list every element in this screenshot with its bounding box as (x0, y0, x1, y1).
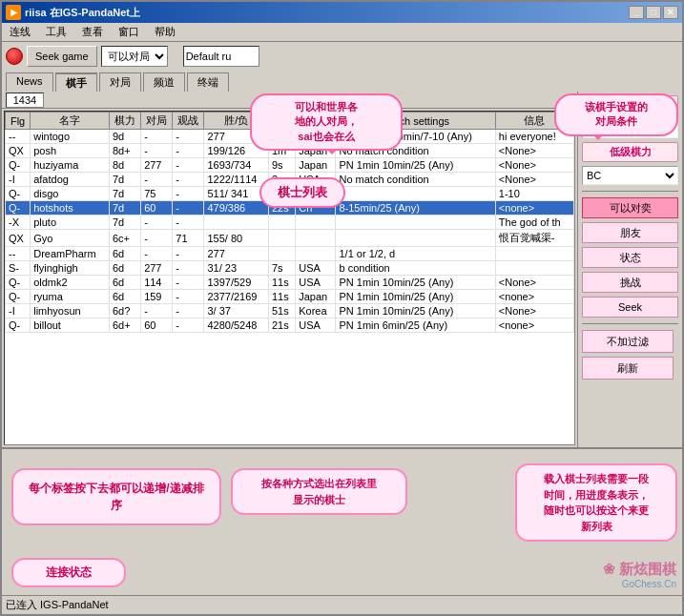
table-row[interactable]: --wintogo9d--27725sUSAPN 1-5min 10min/7-… (6, 130, 574, 144)
bottom-area: 每个标签按下去都可以递增/递减排序 按各种方式选出在列表里显示的棋士 载入棋士列… (2, 447, 682, 595)
tab-terminal[interactable]: 终端 (187, 72, 229, 92)
tab-news[interactable]: News (6, 72, 53, 92)
menu-connect[interactable]: 连线 (6, 24, 34, 40)
menu-help[interactable]: 帮助 (151, 24, 179, 40)
filter-bubble: 按各种方式选出在列表里显示的棋士 (231, 468, 407, 515)
app-icon: ▶ (6, 5, 21, 20)
col-name[interactable]: 名字 (31, 113, 110, 130)
refresh-tip-bubble: 载入棋士列表需要一段时间，用进度条表示，随时也可以按这个来更新列表 (515, 463, 677, 542)
window-controls: _ □ ✕ (629, 6, 678, 19)
table-row[interactable]: QXGyo6c+-71155/ 80恨百觉喊渠- (6, 230, 574, 247)
maximize-button[interactable]: □ (646, 6, 661, 19)
col-watching[interactable]: 观战 (173, 113, 204, 130)
tab-games[interactable]: 对局 (99, 72, 141, 92)
col-rank[interactable]: 棋力 (109, 113, 140, 130)
table-row[interactable]: Q-disgo7d75-511/ 3412sUSA1-10 (6, 187, 574, 201)
title-bar: ▶ riisa 在IGS-PandaNet上 _ □ ✕ (2, 2, 682, 23)
table-row[interactable]: QXposh8d+--199/1261mJapanNo match condit… (6, 144, 574, 158)
connection-status: 已连入 IGS-PandaNet (6, 598, 109, 612)
no-filter-button[interactable]: 不加过滤 (582, 330, 674, 353)
default-rules-input[interactable] (183, 46, 259, 67)
status-indicator (6, 48, 23, 65)
minimize-button[interactable]: _ (629, 6, 644, 19)
table-row[interactable]: -Ilimhyosun6d?--3/ 3751sKoreaPN 1min 10m… (6, 304, 574, 318)
watermark-logo: ❀ 新炫围棋 (603, 561, 676, 579)
menu-bar: 连线 工具 查看 窗口 帮助 (2, 23, 682, 42)
watermark: ❀ 新炫围棋 GoChess.Cn (603, 561, 676, 589)
main-window: ▶ riisa 在IGS-PandaNet上 _ □ ✕ 连线 工具 查看 窗口… (0, 0, 684, 616)
tabs-bar: News 棋手 对局 频道 终端 (2, 71, 682, 92)
table-row[interactable]: -Xpluto7d--The god of th (6, 216, 574, 230)
table-row[interactable]: -Iafatdog7d--1222/11143mUSANo match cond… (6, 173, 574, 187)
col-flg[interactable]: Flg (6, 113, 31, 130)
tab-players[interactable]: 棋手 (55, 72, 97, 92)
col-record[interactable]: 胜/负 (204, 113, 268, 130)
col-country[interactable]: 国家 (296, 113, 336, 130)
close-button[interactable]: ✕ (663, 6, 678, 19)
players-table-container[interactable]: Flg 名字 棋力 对局 观战 胜/负 闲 国家 Match settings … (4, 111, 575, 445)
seek-game-button[interactable]: Seek game (27, 46, 97, 67)
tab-channels[interactable]: 频道 (143, 72, 185, 92)
table-row[interactable]: S-flyinghigh6d277-31/ 237sUSAb condition (6, 261, 574, 276)
col-match[interactable]: Match settings (336, 113, 495, 130)
sort-tip-bubble: 每个标签按下去都可以递增/递减排序 (11, 468, 221, 525)
menu-window[interactable]: 窗口 (114, 24, 143, 40)
refresh-button[interactable]: 刷新 (582, 357, 674, 380)
table-row[interactable]: Q-ryuma6d159-2377/216911sJapanPN 1min 10… (6, 290, 574, 304)
low-rank-label: 低级棋力 (582, 142, 678, 162)
col-games[interactable]: 对局 (141, 113, 173, 130)
watermark-url: GoChess.Cn (622, 579, 676, 589)
window-title: riisa 在IGS-PandaNet上 (25, 6, 629, 20)
challenge-button[interactable]: 挑战 (582, 272, 678, 293)
table-row[interactable]: Q-oldmk26d114-1397/52911sUSAPN 1min 10mi… (6, 276, 574, 290)
table-row[interactable]: --DreamPharm6d--2771/1 or 1/2, d (6, 247, 574, 261)
toolbar: Seek game 可以对局 不可对局 (2, 42, 682, 71)
seek-button[interactable]: Seek (582, 297, 678, 318)
status-button[interactable]: 状态 (582, 247, 678, 268)
conn-status-bubble: 连接状态 (11, 558, 126, 587)
status-bar: 已连入 IGS-PandaNet (2, 595, 682, 614)
high-rank-label: 高级棋力 (582, 95, 678, 115)
menu-tools[interactable]: 工具 (42, 24, 71, 40)
right-panel: 高级棋力 9p 低级棋力 BC 可以对奕 朋友 状态 挑战 Seek 不加过滤 … (577, 92, 682, 447)
high-rank-select[interactable]: 9p (582, 119, 678, 138)
players-table: Flg 名字 棋力 对局 观战 胜/负 闲 国家 Match settings … (5, 112, 574, 333)
col-idle[interactable]: 闲 (268, 113, 295, 130)
player-count: 1434 (6, 92, 44, 108)
table-row[interactable]: Q-hotshots7d60-479/38622sCh8-15min/25 (A… (6, 201, 574, 216)
col-info[interactable]: 信息 (495, 113, 573, 130)
friend-button[interactable]: 朋友 (582, 222, 678, 243)
play-button[interactable]: 可以对奕 (582, 197, 678, 218)
menu-view[interactable]: 查看 (78, 24, 107, 40)
table-row[interactable]: Q-billout6d+60-4280/524821sUSAPN 1min 6m… (6, 318, 574, 333)
left-panel: 1434 Flg 名字 棋力 对局 观战 胜/负 (2, 92, 577, 447)
low-rank-select[interactable]: BC (582, 166, 678, 185)
table-row[interactable]: Q-huziyama8d277-1693/7349sJapanPN 1min 1… (6, 158, 574, 173)
play-mode-select[interactable]: 可以对局 不可对局 (101, 46, 168, 67)
